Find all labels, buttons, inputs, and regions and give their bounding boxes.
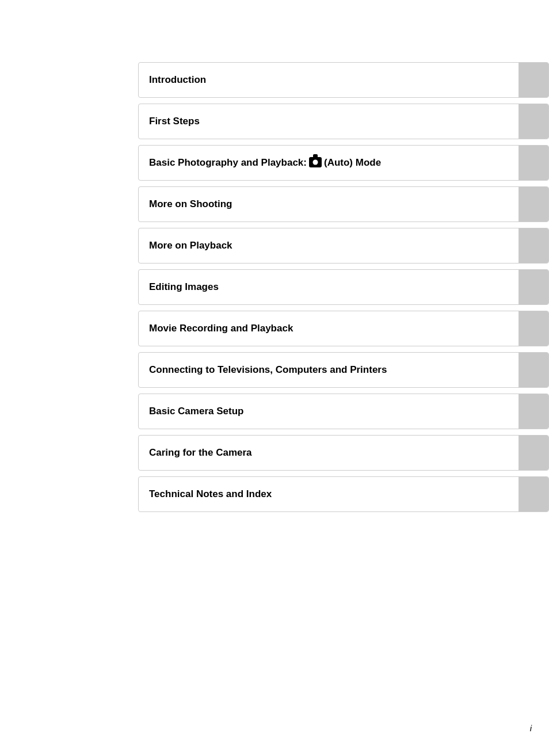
toc-item-tab	[518, 353, 548, 387]
toc-item-tab	[518, 311, 548, 346]
toc-item-editing-images[interactable]: Editing Images	[138, 269, 549, 305]
toc-item-label: Caring for the Camera	[139, 436, 518, 470]
toc-item-tab	[518, 270, 548, 304]
toc-item-more-on-shooting[interactable]: More on Shooting	[138, 186, 549, 222]
toc-item-basic-camera-setup[interactable]: Basic Camera Setup	[138, 394, 549, 429]
toc-item-label: Connecting to Televisions, Computers and…	[139, 353, 518, 387]
toc-item-tab	[518, 436, 548, 470]
toc-item-tab	[518, 228, 548, 263]
toc-item-caring-for-camera[interactable]: Caring for the Camera	[138, 435, 549, 471]
toc-item-label: Introduction	[139, 63, 518, 97]
camera-icon	[309, 157, 322, 167]
toc-item-label: First Steps	[139, 104, 518, 139]
toc-item-label: Technical Notes and Index	[139, 477, 518, 511]
toc-item-label: Basic Photography and Playback: (Auto) M…	[139, 146, 518, 180]
table-of-contents: Introduction First Steps Basic Photograp…	[138, 62, 549, 518]
toc-item-movie-recording[interactable]: Movie Recording and Playback	[138, 311, 549, 346]
toc-item-connecting[interactable]: Connecting to Televisions, Computers and…	[138, 352, 549, 388]
toc-item-first-steps[interactable]: First Steps	[138, 104, 549, 139]
toc-item-tab	[518, 477, 548, 511]
toc-item-tab	[518, 104, 548, 139]
toc-item-technical-notes[interactable]: Technical Notes and Index	[138, 476, 549, 512]
toc-item-tab	[518, 63, 548, 97]
toc-item-label: Movie Recording and Playback	[139, 311, 518, 346]
toc-item-basic-photography[interactable]: Basic Photography and Playback: (Auto) M…	[138, 145, 549, 181]
toc-item-introduction[interactable]: Introduction	[138, 62, 549, 98]
toc-item-more-on-playback[interactable]: More on Playback	[138, 228, 549, 264]
toc-item-tab	[518, 146, 548, 180]
toc-item-tab	[518, 187, 548, 222]
toc-item-label: More on Shooting	[139, 187, 518, 222]
toc-item-label: Basic Camera Setup	[139, 394, 518, 429]
page-number: i	[530, 723, 532, 733]
toc-item-label: Editing Images	[139, 270, 518, 304]
toc-item-tab	[518, 394, 548, 429]
toc-item-label: More on Playback	[139, 228, 518, 263]
